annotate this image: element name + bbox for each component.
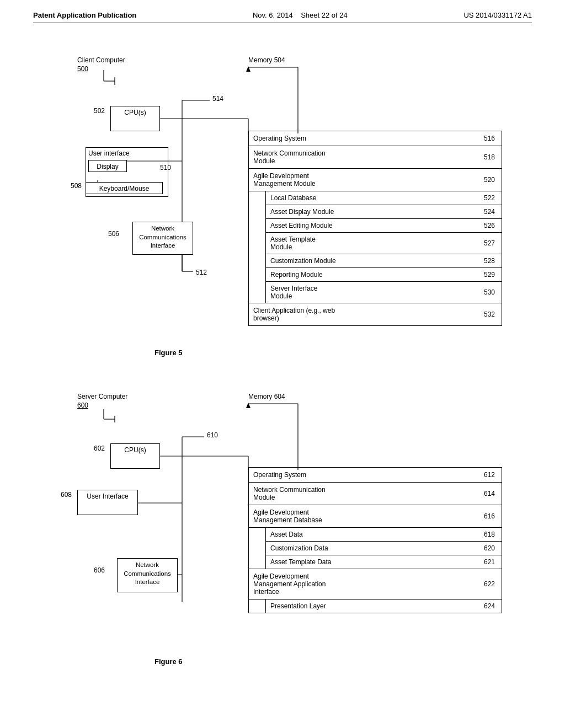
patent-header-center: Nov. 6, 2014 Sheet 22 of 24 — [253, 11, 348, 19]
agile-app-header: Agile DevelopmentManagement ApplicationI… — [249, 569, 479, 599]
reporting-row: Reporting Module — [266, 268, 479, 281]
ncm-row-fig6: Network CommunicationModule — [249, 483, 479, 505]
adm-header: Agile DevelopmentManagement Module — [249, 169, 479, 191]
figure6-label: Figure 6 — [154, 657, 183, 667]
os-row-fig6: Operating System — [249, 468, 479, 482]
svg-marker-15 — [246, 66, 250, 72]
client-app-num: 532 — [479, 307, 502, 322]
localdb-num: 522 — [479, 191, 502, 205]
os-row: Operating System — [249, 131, 479, 146]
cpu-num-fig6: 602 — [94, 445, 105, 453]
network-comm-box-fig5: NetworkCommunicationsInterface — [132, 222, 193, 255]
cpu-box: CPU(s) — [110, 106, 160, 131]
keyboard-box: Keyboard/Mouse — [86, 182, 163, 194]
reporting-num: 529 — [479, 268, 502, 281]
ncm-num: 518 — [479, 150, 502, 164]
customization-data-num: 620 — [479, 542, 502, 555]
asset-template-row: Asset TemplateModule — [266, 233, 479, 254]
network-comm-num-fig5: 506 — [108, 230, 119, 239]
asset-template-num: 527 — [479, 237, 502, 250]
server-interface-num: 530 — [479, 286, 502, 299]
presentation-row: Presentation Layer — [266, 599, 479, 613]
patent-header-left: Patent Application Publication — [33, 11, 136, 19]
asset-template-data-num: 621 — [479, 555, 502, 569]
bus512-label: 512 — [196, 269, 207, 277]
adm-num: 520 — [479, 173, 502, 187]
display-box: Display — [88, 160, 127, 172]
memory-label-fig6: Memory 604 — [248, 393, 285, 402]
ncm-num-fig6: 614 — [479, 486, 502, 501]
agile-app-num: 622 — [479, 577, 502, 591]
cpu-box-fig6: CPU(s) — [110, 443, 160, 469]
os-num: 516 — [479, 131, 502, 146]
memory-label-fig5: Memory 504 — [248, 56, 285, 65]
keyboard-num-label: 508 — [71, 182, 82, 191]
agile-db-header: Agile DevelopmentManagement Database — [249, 505, 479, 527]
presentation-num: 624 — [479, 599, 502, 613]
client-computer-label: Client Computer 500 — [77, 56, 125, 73]
bus610-label: 610 — [207, 431, 218, 440]
asset-display-num: 524 — [479, 205, 502, 218]
asset-template-data-row: Asset Template Data — [266, 555, 479, 569]
user-interface-num-fig6: 608 — [61, 491, 72, 500]
svg-marker-28 — [246, 403, 250, 408]
ncm-row: Network CommunicationModule — [249, 146, 479, 168]
asset-editing-row: Asset Editing Module — [266, 219, 479, 232]
customization-data-row: Customization Data — [266, 542, 479, 555]
user-interface-box-fig6: User Interface — [77, 490, 138, 515]
customization-num: 528 — [479, 254, 502, 267]
patent-header-right: US 2014/0331172 A1 — [463, 11, 532, 19]
server-computer-label: Server Computer 600 — [77, 393, 127, 410]
asset-data-row: Asset Data — [266, 528, 479, 541]
network-comm-box-fig6: NetworkCommunicationsInterface — [117, 558, 178, 592]
ui-label: User interface — [86, 148, 168, 159]
asset-display-row: Asset Display Module — [266, 205, 479, 218]
server-interface-row: Server InterfaceModule — [266, 282, 479, 303]
customization-row: Customization Module — [266, 254, 479, 267]
figure5-label: Figure 5 — [154, 349, 183, 358]
client-app-row: Client Application (e.g., webbrowser) — [249, 303, 479, 325]
os-num-fig6: 612 — [479, 468, 502, 482]
network-comm-num-fig6: 606 — [94, 566, 105, 575]
cpu-num-label: 502 — [94, 107, 105, 116]
agile-db-num: 616 — [479, 509, 502, 523]
asset-data-num: 618 — [479, 528, 502, 541]
localdb-row: Local Database — [266, 191, 479, 205]
display-num-label: 510 — [160, 164, 171, 173]
asset-editing-num: 526 — [479, 219, 502, 232]
bus514-label: 514 — [212, 95, 223, 104]
